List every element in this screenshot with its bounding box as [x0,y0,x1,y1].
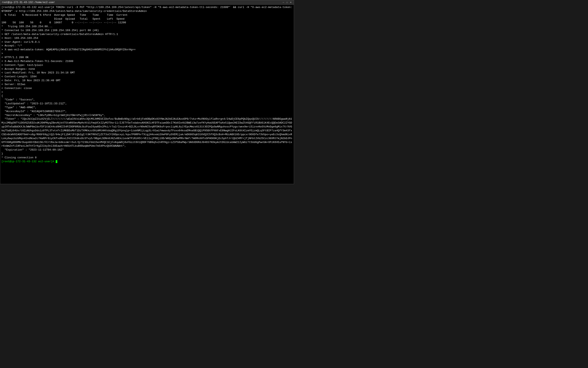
terminal-cursor [56,160,57,163]
terminal-line: [root@ip-172-31-43-132 ec2-user]# [1,160,293,164]
terminal-line: 100 56 100 56 0 0 10697 0 --:--:-- --:--… [1,21,293,25]
terminal-line: < [1,90,293,94]
terminal-line: > [1,52,293,56]
terminal-line: Dload Upload Total Spent Left Speed [1,17,293,21]
terminal-line: < Content-Type: text/plain [1,64,293,67]
terminal-line: < Connection: close [1,87,293,90]
terminal-line: > X-aws-ec2-metadata-token: AQAEAPGzjGWx… [1,48,293,52]
terminal-line: "SecretAccessKey" : "LGKvfyDRu+blgrbW3jH… [1,113,293,117]
window-title: root@ip-172-31-43-132:/home/ec2-user [2,1,55,4]
terminal-line: "Type" : "AWS-HMAC", [1,106,293,110]
terminal-line: * Connected to 169.254.169.254 (169.254.… [1,29,293,33]
terminal-line: * Closing connection 0 [1,156,293,160]
terminal-line: < HTTP/1.1 200 OK [1,56,293,60]
terminal-window: root@ip-172-31-43-132:/home/ec2-user ─ □… [0,0,294,184]
terminal-line: % Total % Received % Xferd Average Speed… [1,13,293,17]
terminal-line: "LastUpdated" : "2023-11-10T21:33:21Z", [1,102,293,106]
terminal-line: > GET /latest/meta-data/iam/security-cre… [1,33,293,37]
terminal-line: > User-Agent: curl/8.0.1 [1,40,293,44]
terminal-line: < Content-Length: 1594 [1,75,293,79]
terminal-line: { [1,94,293,98]
terminal-line: > Accept: */* [1,44,293,48]
terminal-output[interactable]: [root@ip-172-31-43-132 ec2-user]# TOKEN=… [0,5,294,184]
terminal-line: > Host: 169.254.169.254 [1,37,293,40]
terminal-line: "Token" : "IQoJb3JpZ21uX2VjEL7/////////w… [1,117,293,148]
terminal-line: < Last-Modified: Fri, 10 Nov 2023 21:34:… [1,71,293,75]
minimize-button[interactable]: ─ [282,1,285,4]
terminal-line: [root@ip-172-31-43-132 ec2-user]# TOKEN=… [1,6,293,13]
terminal-line: < Server: EC2ws [1,83,293,87]
terminal-line: "Code" : "Success", [1,98,293,102]
terminal-line: } [1,152,293,156]
close-button[interactable]: ✕ [289,1,292,4]
terminal-line: "AccessKeyId" : "ASIAQ4F52AR6BI7G56J7", [1,110,293,113]
terminal-line: * Trying 169.254.169.254:80... [1,25,293,29]
terminal-line: "Expiration" : "2023-11-11T04:09:18Z" [1,148,293,152]
titlebar: root@ip-172-31-43-132:/home/ec2-user ─ □… [0,0,294,5]
terminal-line: < Accept-Ranges: none [1,67,293,71]
maximize-button[interactable]: □ [286,1,288,4]
window-controls: ─ □ ✕ [282,1,292,4]
terminal-line: < Date: Fri, 10 Nov 2023 21:36:40 GMT [1,79,293,83]
terminal-line: < X-Aws-Ec2-Metadata-Token-Ttl-Seconds: … [1,60,293,64]
